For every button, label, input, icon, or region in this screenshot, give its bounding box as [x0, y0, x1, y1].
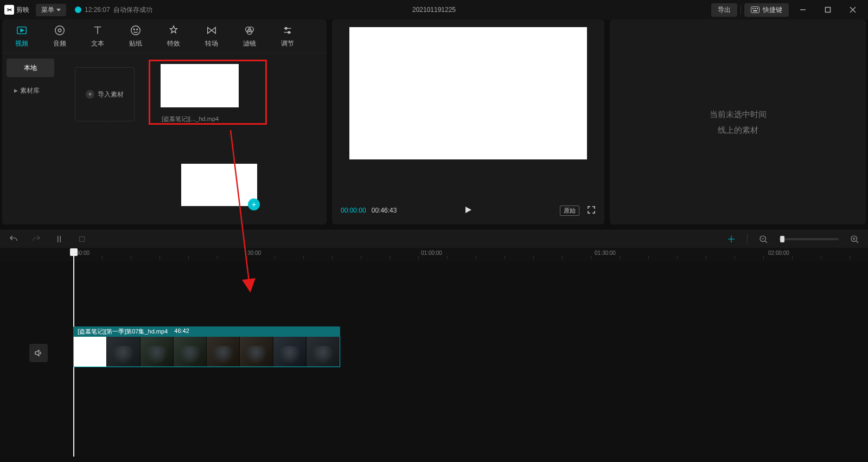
close-button[interactable]	[842, 2, 864, 17]
svg-point-12	[58, 29, 61, 32]
zoom-slider-handle[interactable]	[780, 236, 784, 242]
clip-frame	[74, 337, 107, 367]
preview-time-current: 00:00:00	[341, 207, 366, 214]
add-to-timeline-icon[interactable]: +	[248, 198, 260, 210]
svg-rect-6	[826, 8, 831, 12]
ruler-stamp: 30:00	[247, 250, 261, 256]
maximize-button[interactable]	[817, 2, 839, 17]
app-name: 剪映	[16, 5, 29, 15]
svg-rect-4	[753, 10, 757, 11]
tab-adjust[interactable]: 调节	[272, 24, 303, 48]
title-bar: ✂ 剪映 菜单 12:26:07 自动保存成功 202101191225 导出 …	[0, 0, 868, 20]
timeline-tracks[interactable]: [盗墓笔记][第一季]第07集_hd.mp4 46:42	[0, 261, 868, 457]
video-icon	[15, 24, 28, 37]
clip-frame	[174, 337, 207, 367]
properties-panel: 当前未选中时间 线上的素材	[610, 20, 866, 224]
sidebar-item-local[interactable]: 本地	[7, 59, 54, 77]
zoom-in-button[interactable]	[847, 232, 861, 246]
shortcut-button[interactable]: 快捷键	[744, 3, 789, 17]
svg-point-13	[131, 26, 141, 35]
clip-frame	[273, 337, 307, 367]
zoom-slider[interactable]	[779, 238, 839, 240]
auto-snap-button[interactable]	[724, 232, 738, 246]
delete-button[interactable]	[75, 232, 89, 246]
sticker-icon	[129, 24, 142, 37]
svg-point-15	[137, 29, 138, 30]
tab-transition[interactable]: 转场	[196, 24, 227, 48]
project-name: 202101191225	[412, 6, 456, 14]
audio-icon	[53, 24, 66, 37]
properties-empty-message: 当前未选中时间 线上的素材	[710, 107, 767, 138]
adjust-icon	[281, 24, 294, 37]
import-media-button[interactable]: + 导入素材	[75, 67, 135, 121]
svg-point-23	[731, 239, 732, 240]
effect-icon	[167, 24, 180, 37]
play-icon	[464, 206, 473, 214]
preview-viewport[interactable]	[349, 27, 587, 159]
media-grid: + 导入素材 [盗墓笔记][..._hd.mp4 +	[59, 53, 327, 224]
tab-audio[interactable]: 音频	[44, 24, 75, 48]
save-msg: 自动保存成功	[113, 5, 152, 15]
svg-point-11	[55, 26, 65, 35]
plus-icon: +	[86, 90, 94, 99]
timeline-clip-duration: 46:42	[174, 328, 189, 336]
dragging-clip-thumb[interactable]	[181, 164, 257, 206]
fullscreen-icon	[587, 206, 596, 214]
timeline-clip-frames	[73, 337, 340, 367]
preview-controls: 00:00:00 00:46:43 原始	[341, 203, 596, 218]
save-time: 12:26:07	[85, 6, 110, 14]
media-panel: 视频 音频 文本 贴纸 特效 转场	[2, 20, 327, 224]
logo-icon: ✂	[4, 5, 14, 15]
timeline-panel: 00:00 30:00 01:00:00 01:30:00 02:00:00 […	[0, 230, 868, 457]
media-clip-filename: [盗墓笔记][..._hd.mp4	[162, 115, 219, 123]
clip-frame	[307, 337, 340, 367]
aspect-ratio-button[interactable]: 原始	[560, 206, 579, 216]
menu-button[interactable]: 菜单	[36, 4, 66, 16]
undo-button[interactable]	[7, 232, 21, 246]
divider	[747, 234, 748, 244]
timeline-clip[interactable]: [盗墓笔记][第一季]第07集_hd.mp4 46:42	[73, 326, 340, 367]
chevron-down-icon	[56, 9, 61, 11]
tab-text[interactable]: 文本	[82, 24, 113, 48]
svg-point-20	[288, 31, 290, 34]
play-button[interactable]	[464, 206, 473, 216]
timeline-ruler[interactable]: 00:00 30:00 01:00:00 01:30:00 02:00:00	[0, 248, 868, 261]
preview-panel: 00:00:00 00:46:43 原始	[332, 20, 604, 224]
menu-label: 菜单	[41, 5, 54, 15]
svg-point-19	[285, 28, 287, 30]
ruler-stamp: 01:30:00	[595, 250, 616, 256]
ruler-stamp: 00:00	[76, 250, 90, 256]
clip-frame	[207, 337, 240, 367]
track-mute-button[interactable]	[29, 344, 48, 362]
ruler-stamp: 02:00:00	[768, 250, 789, 256]
autosave-status: 12:26:07 自动保存成功	[75, 5, 152, 15]
clip-frame	[107, 337, 140, 367]
triangle-right-icon: ▶	[14, 88, 18, 93]
split-button[interactable]	[52, 232, 66, 246]
ruler-stamp: 01:00:00	[421, 250, 442, 256]
fullscreen-button[interactable]	[587, 206, 596, 216]
app-logo: ✂ 剪映	[4, 5, 29, 15]
filter-icon	[243, 24, 256, 37]
tool-tabs: 视频 音频 文本 贴纸 特效 转场	[2, 20, 327, 53]
status-dot-icon	[75, 7, 81, 13]
redo-button[interactable]	[29, 232, 43, 246]
minimize-button[interactable]	[792, 2, 814, 17]
svg-marker-10	[21, 29, 24, 32]
svg-rect-3	[757, 8, 758, 9]
tab-filter[interactable]: 滤镜	[234, 24, 265, 48]
tab-video[interactable]: 视频	[7, 24, 37, 48]
keyboard-icon	[751, 7, 760, 13]
clip-frame	[240, 337, 273, 367]
text-icon	[91, 24, 104, 37]
media-source-list: 本地 ▶ 素材库	[2, 53, 59, 224]
timeline-clip-name: [盗墓笔记][第一季]第07集_hd.mp4	[78, 328, 168, 336]
tab-sticker[interactable]: 贴纸	[120, 24, 151, 48]
svg-point-14	[133, 29, 135, 30]
sidebar-item-library[interactable]: ▶ 素材库	[7, 81, 54, 100]
export-button[interactable]: 导出	[711, 3, 737, 17]
preview-time-duration: 00:46:43	[372, 207, 397, 214]
zoom-out-button[interactable]	[756, 232, 770, 246]
tab-effect[interactable]: 特效	[158, 24, 189, 48]
svg-rect-0	[751, 7, 760, 13]
